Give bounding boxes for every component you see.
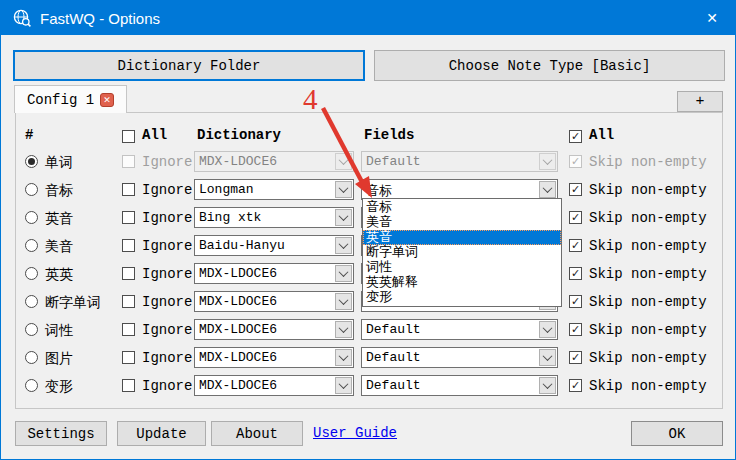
ignore-checkbox[interactable]: ✓: [122, 239, 135, 252]
row-radio[interactable]: [25, 379, 38, 392]
skip-checkbox[interactable]: ✓: [569, 211, 582, 224]
tab-label: Config 1: [27, 92, 94, 108]
row-radio[interactable]: [25, 351, 38, 364]
ignore-label: Ignore: [142, 238, 192, 254]
row-radio[interactable]: [25, 267, 38, 280]
skip-checkbox[interactable]: ✓: [569, 183, 582, 196]
column-header-all-right: All: [589, 127, 614, 143]
ignore-checkbox[interactable]: ✓: [122, 351, 135, 364]
row-label: 词性: [45, 322, 73, 340]
fields-select[interactable]: Default: [361, 319, 558, 340]
fields-select[interactable]: Default: [361, 375, 558, 396]
chevron-down-icon: [539, 321, 556, 338]
table-row: 单词 ✓ Ignore MDX-LDOCE6 Default ✓ Skip no…: [1, 148, 736, 176]
chevron-down-icon: [335, 293, 352, 310]
dictionary-select: MDX-LDOCE6: [194, 151, 354, 172]
skip-label: Skip non-empty: [589, 210, 707, 226]
chevron-down-icon: [335, 181, 352, 198]
ignore-label: Ignore: [142, 154, 192, 170]
dictionary-select[interactable]: Longman: [194, 179, 354, 200]
skip-checkbox: ✓: [569, 155, 582, 168]
ignore-label: Ignore: [142, 266, 192, 282]
all-skip-checkbox[interactable]: ✓: [569, 130, 582, 143]
column-header-num: #: [25, 127, 33, 143]
options-dialog: FastWQ - Options ✕ Dictionary Folder Cho…: [0, 0, 736, 460]
ignore-checkbox[interactable]: ✓: [122, 295, 135, 308]
dictionary-select[interactable]: MDX-LDOCE6: [194, 375, 354, 396]
chevron-down-icon: [335, 265, 352, 282]
row-label: 变形: [45, 378, 73, 396]
table-row: 变形 ✓ Ignore MDX-LDOCE6 Default ✓ Skip no…: [1, 372, 736, 400]
choose-note-type-button[interactable]: Choose Note Type [Basic]: [374, 50, 725, 81]
ignore-label: Ignore: [142, 378, 192, 394]
row-label: 图片: [45, 350, 73, 368]
all-ignore-checkbox[interactable]: ✓: [122, 130, 135, 143]
row-radio[interactable]: [25, 211, 38, 224]
ignore-label: Ignore: [142, 322, 192, 338]
chevron-down-icon: [539, 181, 556, 198]
skip-label: Skip non-empty: [589, 182, 707, 198]
row-radio[interactable]: [25, 323, 38, 336]
dropdown-option[interactable]: 断字单词: [363, 245, 561, 260]
window-title: FastWQ - Options: [40, 10, 160, 27]
ignore-label: Ignore: [142, 182, 192, 198]
chevron-down-icon: [539, 349, 556, 366]
update-button[interactable]: Update: [117, 421, 206, 446]
skip-label: Skip non-empty: [589, 266, 707, 282]
dropdown-option[interactable]: 英英解释: [363, 275, 561, 290]
ignore-checkbox[interactable]: ✓: [122, 211, 135, 224]
dictionary-select[interactable]: MDX-LDOCE6: [194, 319, 354, 340]
table-row: 词性 ✓ Ignore MDX-LDOCE6 Default ✓ Skip no…: [1, 316, 736, 344]
user-guide-link[interactable]: User Guide: [313, 425, 397, 441]
row-radio[interactable]: [25, 239, 38, 252]
settings-button[interactable]: Settings: [15, 421, 107, 446]
fields-select[interactable]: Default: [361, 347, 558, 368]
skip-checkbox[interactable]: ✓: [569, 239, 582, 252]
skip-checkbox[interactable]: ✓: [569, 267, 582, 280]
ignore-checkbox[interactable]: ✓: [122, 183, 135, 196]
fields-dropdown-list: 音标 美音 英音 断字单词 词性 英英解释 变形: [362, 198, 562, 307]
dropdown-option[interactable]: 词性: [363, 260, 561, 275]
dictionary-select[interactable]: Baidu-Hanyu: [194, 235, 354, 256]
row-label: 音标: [45, 182, 73, 200]
dictionary-select[interactable]: MDX-LDOCE6: [194, 263, 354, 284]
row-radio[interactable]: [25, 183, 38, 196]
chevron-down-icon: [335, 153, 352, 170]
dictionary-folder-button[interactable]: Dictionary Folder: [13, 50, 365, 81]
ignore-checkbox[interactable]: ✓: [122, 379, 135, 392]
chevron-down-icon: [539, 377, 556, 394]
skip-checkbox[interactable]: ✓: [569, 351, 582, 364]
row-radio[interactable]: [25, 295, 38, 308]
close-button[interactable]: ✕: [689, 1, 735, 35]
fields-select: Default: [361, 151, 558, 172]
fields-select-open[interactable]: 音标: [361, 179, 558, 200]
dictionary-select[interactable]: MDX-LDOCE6: [194, 291, 354, 312]
ok-button[interactable]: OK: [631, 421, 723, 446]
dropdown-option[interactable]: 音标: [363, 200, 561, 215]
row-label: 美音: [45, 238, 73, 256]
row-label: 英英: [45, 266, 73, 284]
row-label: 断字单词: [45, 294, 101, 312]
annotation-number: 4: [303, 83, 318, 116]
skip-checkbox[interactable]: ✓: [569, 295, 582, 308]
chevron-down-icon: [335, 321, 352, 338]
row-label: 英音: [45, 210, 73, 228]
app-globe-search-icon: [12, 8, 32, 28]
about-button[interactable]: About: [211, 421, 303, 446]
tab-config-1[interactable]: Config 1 ✕: [14, 85, 127, 113]
skip-checkbox[interactable]: ✓: [569, 379, 582, 392]
ignore-checkbox[interactable]: ✓: [122, 267, 135, 280]
dropdown-option[interactable]: 美音: [363, 215, 561, 230]
add-config-button[interactable]: +: [677, 91, 723, 112]
skip-checkbox[interactable]: ✓: [569, 323, 582, 336]
skip-label: Skip non-empty: [589, 350, 707, 366]
ignore-label: Ignore: [142, 294, 192, 310]
tab-close-icon[interactable]: ✕: [100, 93, 114, 107]
dropdown-option-selected[interactable]: 英音: [363, 230, 561, 245]
column-header-dictionary: Dictionary: [197, 127, 281, 143]
dictionary-select[interactable]: MDX-LDOCE6: [194, 347, 354, 368]
ignore-checkbox[interactable]: ✓: [122, 323, 135, 336]
dropdown-option[interactable]: 变形: [363, 290, 561, 305]
dictionary-select[interactable]: Bing xtk: [194, 207, 354, 228]
row-radio[interactable]: [25, 155, 38, 168]
